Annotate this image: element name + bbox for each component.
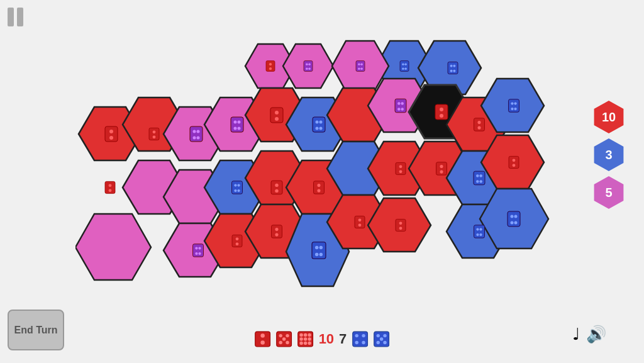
svg-marker-39	[75, 214, 151, 280]
end-turn-button[interactable]: End Turn	[8, 310, 64, 350]
red-dice-1-icon	[255, 331, 271, 347]
legend-red-count: 10	[592, 101, 625, 133]
svg-rect-67	[352, 332, 367, 347]
svg-point-2	[75, 40, 77, 43]
svg-rect-8	[75, 38, 82, 45]
game-board	[75, 38, 566, 302]
blue-dice-1-icon	[352, 331, 368, 347]
pause-bar-left	[8, 8, 14, 26]
red-dice-3-icon	[297, 331, 314, 347]
svg-point-12	[76, 40, 79, 43]
svg-point-73	[376, 334, 379, 337]
svg-point-60	[308, 333, 311, 337]
score-area: 10 7	[255, 331, 390, 347]
svg-point-63	[308, 337, 311, 340]
svg-point-68	[355, 334, 358, 337]
sound-controls[interactable]: ♩ 🔊	[572, 325, 606, 344]
svg-point-69	[362, 334, 365, 337]
legend-panel: 10 3 5	[592, 101, 625, 209]
svg-point-55	[279, 341, 282, 344]
pause-bar-right	[17, 8, 23, 26]
svg-point-66	[308, 342, 311, 345]
volume-button[interactable]: 🔊	[586, 325, 606, 344]
score-separator: 7	[339, 331, 347, 347]
svg-point-50	[260, 340, 265, 345]
pause-button[interactable]	[8, 8, 23, 26]
svg-point-52	[279, 334, 282, 337]
blue-dice-2-icon	[373, 331, 389, 347]
svg-point-49	[260, 333, 265, 338]
svg-point-7	[76, 40, 79, 43]
legend-pink-count: 5	[592, 176, 625, 209]
red-dice-2-icon	[276, 331, 292, 347]
svg-point-61	[299, 337, 303, 340]
svg-point-74	[383, 334, 386, 337]
svg-point-71	[362, 341, 365, 344]
legend-blue-count: 3	[592, 138, 625, 171]
svg-point-62	[304, 337, 307, 340]
svg-point-64	[299, 342, 303, 345]
music-toggle-button[interactable]: ♩	[572, 325, 580, 344]
svg-point-76	[376, 341, 379, 344]
svg-point-70	[355, 341, 358, 344]
svg-point-59	[304, 333, 307, 337]
svg-rect-0	[75, 38, 82, 45]
svg-point-53	[286, 334, 289, 337]
svg-point-54	[282, 337, 286, 340]
svg-point-56	[286, 341, 289, 344]
svg-point-58	[299, 333, 303, 337]
svg-point-75	[380, 337, 383, 340]
svg-rect-3	[75, 38, 82, 45]
red-score: 10	[319, 331, 334, 347]
svg-point-65	[304, 342, 307, 345]
svg-point-77	[383, 341, 386, 344]
